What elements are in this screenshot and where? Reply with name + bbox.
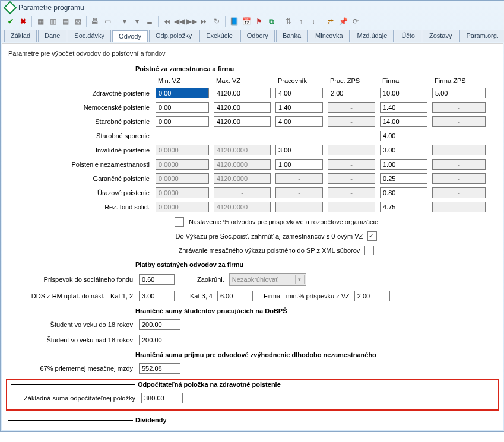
toolbar-sep bbox=[322, 16, 322, 27]
opt1-checkbox[interactable] bbox=[175, 217, 184, 227]
tab-paramorg[interactable]: Param.org. bbox=[459, 30, 504, 42]
tool-icon[interactable]: ⚑ bbox=[253, 16, 264, 27]
tab-mzdudaje[interactable]: Mzd.údaje bbox=[351, 30, 394, 42]
tab-dane[interactable]: Dane bbox=[38, 30, 66, 42]
opt2-checkbox[interactable] bbox=[367, 231, 377, 241]
sspor-firma[interactable] bbox=[380, 131, 427, 141]
nemoc-prac[interactable] bbox=[275, 102, 323, 113]
rez-fzp bbox=[432, 202, 486, 212]
window: Parametre programu ✔ ✖ ▦ ▥ ▤ ▧ 🖶 ▭ ▾ ▾ ≣… bbox=[0, 0, 504, 432]
cancel-icon[interactable]: ✖ bbox=[18, 16, 28, 27]
tab-banka[interactable]: Banka bbox=[276, 30, 308, 42]
refresh-icon[interactable]: ⟳ bbox=[350, 16, 361, 27]
fwd-icon[interactable]: ▶▶ bbox=[186, 16, 197, 27]
garan-max bbox=[214, 173, 271, 184]
rew-icon[interactable]: ◀◀ bbox=[174, 16, 185, 27]
avg-lbl: 67% priemernej mesačnej mzdy bbox=[8, 365, 134, 372]
app-icon bbox=[4, 1, 17, 15]
toolbar: ✔ ✖ ▦ ▥ ▤ ▧ 🖶 ▭ ▾ ▾ ≣ ⏮ ◀◀ ▶▶ ⏭ ↻ 📘 📅 ⚑ … bbox=[1, 15, 504, 30]
star-max[interactable] bbox=[214, 116, 271, 127]
zdrav-min[interactable] bbox=[156, 88, 209, 98]
star-prac[interactable] bbox=[275, 116, 323, 127]
inval-prac[interactable] bbox=[275, 145, 323, 155]
tab-odbory[interactable]: Odbory bbox=[240, 30, 275, 42]
dds12-input[interactable] bbox=[139, 291, 175, 301]
funnel2-icon[interactable]: ▾ bbox=[132, 16, 142, 27]
tab-content: Parametre pre výpočet odvodov do poisťov… bbox=[2, 43, 503, 430]
garan-firma[interactable] bbox=[380, 173, 427, 184]
col-firmazps: Firma ZPS bbox=[432, 77, 486, 84]
avg-input[interactable] bbox=[139, 363, 180, 374]
rez-zps bbox=[328, 202, 375, 212]
sf-input[interactable] bbox=[139, 274, 175, 285]
zdrav-zps[interactable] bbox=[328, 88, 375, 98]
confirm-icon[interactable]: ✔ bbox=[5, 16, 16, 27]
star-firma[interactable] bbox=[380, 116, 427, 127]
toolbar-sep bbox=[86, 16, 87, 27]
uraz-firma[interactable] bbox=[380, 187, 427, 198]
dds12-lbl: DDS z HM uplat. do nákl. - Kat 1, 2 bbox=[8, 292, 134, 300]
nemoc-min[interactable] bbox=[156, 102, 209, 113]
tab-odppolozky[interactable]: Odp.položky bbox=[149, 30, 198, 42]
opt2-label: Do Výkazu pre Soc.poisť. zahrnúť aj zame… bbox=[176, 233, 363, 240]
stud18b-input[interactable] bbox=[139, 335, 180, 345]
zaokr-select[interactable]: Nezaokrúhlovať ▾ bbox=[229, 273, 306, 286]
stack-icon[interactable]: ≣ bbox=[144, 16, 155, 27]
inval-firma[interactable] bbox=[380, 145, 427, 155]
nezam-fzp bbox=[432, 159, 486, 170]
sf-lbl: Príspevok do sociálneho fondu bbox=[8, 276, 134, 283]
rez-firma[interactable] bbox=[380, 202, 427, 212]
zdrav-max[interactable] bbox=[214, 88, 271, 98]
zdrav-firma[interactable] bbox=[380, 88, 427, 98]
garan-zps bbox=[328, 173, 375, 184]
nemoc-max[interactable] bbox=[214, 102, 271, 113]
row-nezam-lbl: Poistenie nezamestnanosti bbox=[72, 161, 151, 168]
window-title: Parametre programu bbox=[18, 4, 84, 12]
book-icon[interactable]: 📘 bbox=[229, 16, 239, 27]
tab-zaklad[interactable]: Základ bbox=[4, 30, 37, 42]
last-icon[interactable]: ⏭ bbox=[199, 16, 210, 27]
loop-icon[interactable]: ↻ bbox=[211, 16, 222, 27]
page-icon[interactable]: ▭ bbox=[102, 16, 113, 27]
section3-header: Hraničné sumy študentov pracujúcich na D… bbox=[8, 307, 497, 314]
up-icon[interactable]: ↑ bbox=[296, 16, 306, 27]
pin-icon[interactable]: 📌 bbox=[338, 16, 348, 27]
grid2-icon[interactable]: ▥ bbox=[47, 16, 58, 27]
dds34-input[interactable] bbox=[217, 291, 253, 301]
funnel-icon[interactable]: ▾ bbox=[119, 16, 130, 27]
zdrav-fzp[interactable] bbox=[432, 88, 486, 98]
row-nemoc-lbl: Nemocenské poistenie bbox=[84, 104, 151, 111]
ddsfirma-input[interactable] bbox=[354, 291, 390, 301]
toolbar-sep bbox=[280, 16, 280, 27]
grid3-icon[interactable]: ▤ bbox=[60, 16, 71, 27]
tab-ucto[interactable]: Účto bbox=[395, 30, 421, 42]
nemoc-firma[interactable] bbox=[380, 102, 427, 113]
zaokr-value: Nezaokrúhlovať bbox=[232, 276, 278, 283]
nezam-firma[interactable] bbox=[380, 159, 427, 170]
nemoc-fzp bbox=[432, 102, 486, 113]
print-icon[interactable]: 🖶 bbox=[90, 16, 100, 27]
nezam-prac[interactable] bbox=[275, 159, 323, 170]
garan-prac bbox=[275, 173, 323, 184]
first-icon[interactable]: ⏮ bbox=[161, 16, 172, 27]
sort-icon[interactable]: ⇅ bbox=[283, 16, 294, 27]
down-icon[interactable]: ↓ bbox=[308, 16, 319, 27]
zdrav-prac[interactable] bbox=[275, 88, 323, 98]
opt3-checkbox[interactable] bbox=[364, 246, 374, 255]
stud18a-input[interactable] bbox=[139, 319, 180, 330]
copy-icon[interactable]: ⧉ bbox=[266, 16, 277, 27]
odp-input[interactable] bbox=[141, 393, 183, 403]
calendar-icon[interactable]: 📅 bbox=[241, 16, 252, 27]
inval-fzp bbox=[432, 145, 486, 155]
tab-socdavky[interactable]: Soc.dávky bbox=[68, 30, 111, 42]
star-min[interactable] bbox=[156, 116, 209, 127]
grid4-icon[interactable]: ▧ bbox=[72, 16, 83, 27]
tab-exekucie[interactable]: Exekúcie bbox=[199, 30, 239, 42]
titlebar: Parametre programu bbox=[1, 1, 504, 15]
grid-icon[interactable]: ▦ bbox=[35, 16, 46, 27]
doublearrow-icon[interactable]: ⇄ bbox=[325, 16, 336, 27]
tab-mincovka[interactable]: Mincovka bbox=[309, 30, 349, 42]
tab-odvody[interactable]: Odvody bbox=[112, 30, 148, 42]
tab-zostavy[interactable]: Zostavy bbox=[423, 30, 459, 42]
uraz-prac bbox=[275, 187, 323, 198]
